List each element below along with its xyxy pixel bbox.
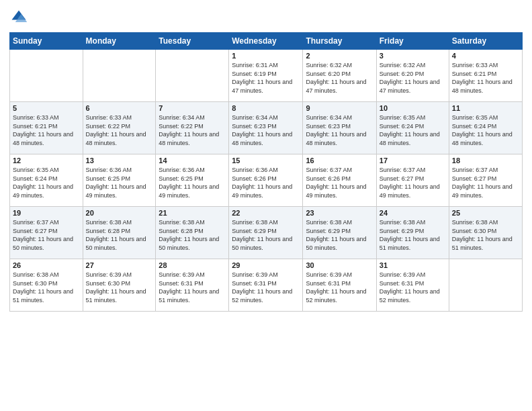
- day-number: 31: [380, 261, 446, 269]
- day-cell: 25Sunrise: 6:38 AMSunset: 6:30 PMDayligh…: [449, 207, 522, 259]
- day-cell: 22Sunrise: 6:38 AMSunset: 6:29 PMDayligh…: [229, 207, 303, 259]
- day-cell: 14Sunrise: 6:36 AMSunset: 6:25 PMDayligh…: [156, 154, 229, 207]
- day-cell: 19Sunrise: 6:37 AMSunset: 6:27 PMDayligh…: [10, 207, 83, 259]
- day-info: Sunrise: 6:31 AMSunset: 6:19 PMDaylight:…: [232, 62, 292, 94]
- day-cell: 12Sunrise: 6:35 AMSunset: 6:24 PMDayligh…: [10, 154, 83, 207]
- day-cell: 26Sunrise: 6:38 AMSunset: 6:30 PMDayligh…: [10, 259, 83, 312]
- day-number: 5: [13, 104, 80, 112]
- day-cell: 11Sunrise: 6:35 AMSunset: 6:24 PMDayligh…: [449, 102, 522, 154]
- day-info: Sunrise: 6:33 AMSunset: 6:21 PMDaylight:…: [13, 114, 73, 146]
- day-info: Sunrise: 6:37 AMSunset: 6:27 PMDaylight:…: [380, 167, 440, 199]
- day-info: Sunrise: 6:34 AMSunset: 6:22 PMDaylight:…: [159, 114, 219, 146]
- day-cell: 23Sunrise: 6:38 AMSunset: 6:29 PMDayligh…: [303, 207, 376, 259]
- day-info: Sunrise: 6:38 AMSunset: 6:28 PMDaylight:…: [159, 219, 219, 251]
- day-info: Sunrise: 6:39 AMSunset: 6:31 PMDaylight:…: [232, 271, 292, 304]
- week-row-2: 5Sunrise: 6:33 AMSunset: 6:21 PMDaylight…: [10, 102, 523, 154]
- day-info: Sunrise: 6:38 AMSunset: 6:29 PMDaylight:…: [306, 219, 366, 251]
- day-number: 13: [86, 156, 153, 165]
- day-info: Sunrise: 6:39 AMSunset: 6:31 PMDaylight:…: [306, 271, 366, 304]
- day-number: 7: [159, 104, 226, 112]
- day-number: 9: [306, 104, 373, 112]
- day-info: Sunrise: 6:39 AMSunset: 6:31 PMDaylight:…: [380, 271, 440, 304]
- day-cell: 1Sunrise: 6:31 AMSunset: 6:19 PMDaylight…: [229, 50, 303, 102]
- day-cell: 28Sunrise: 6:39 AMSunset: 6:31 PMDayligh…: [156, 259, 229, 312]
- day-cell: 29Sunrise: 6:39 AMSunset: 6:31 PMDayligh…: [229, 259, 303, 312]
- day-number: 18: [452, 156, 519, 165]
- day-cell: 4Sunrise: 6:33 AMSunset: 6:21 PMDaylight…: [449, 50, 522, 102]
- day-number: 29: [232, 261, 300, 269]
- day-info: Sunrise: 6:37 AMSunset: 6:27 PMDaylight:…: [13, 219, 73, 251]
- col-header-thursday: Thursday: [303, 33, 376, 50]
- page: SundayMondayTuesdayWednesdayThursdayFrid…: [0, 0, 532, 411]
- day-cell: 30Sunrise: 6:39 AMSunset: 6:31 PMDayligh…: [303, 259, 376, 312]
- day-cell: 15Sunrise: 6:36 AMSunset: 6:26 PMDayligh…: [229, 154, 303, 207]
- day-number: 22: [232, 209, 300, 217]
- header: [9, 8, 523, 27]
- day-info: Sunrise: 6:38 AMSunset: 6:30 PMDaylight:…: [452, 219, 513, 251]
- day-cell: 17Sunrise: 6:37 AMSunset: 6:27 PMDayligh…: [376, 154, 449, 207]
- day-number: 19: [13, 209, 80, 217]
- day-number: 1: [232, 52, 300, 60]
- day-cell: 3Sunrise: 6:32 AMSunset: 6:20 PMDaylight…: [376, 50, 449, 102]
- day-cell: 24Sunrise: 6:38 AMSunset: 6:29 PMDayligh…: [376, 207, 449, 259]
- day-info: Sunrise: 6:38 AMSunset: 6:29 PMDaylight:…: [232, 219, 292, 251]
- day-info: Sunrise: 6:37 AMSunset: 6:27 PMDaylight:…: [452, 167, 513, 199]
- day-info: Sunrise: 6:34 AMSunset: 6:23 PMDaylight:…: [232, 114, 292, 146]
- day-cell: 10Sunrise: 6:35 AMSunset: 6:24 PMDayligh…: [376, 102, 449, 154]
- day-cell: 18Sunrise: 6:37 AMSunset: 6:27 PMDayligh…: [449, 154, 522, 207]
- day-cell: 7Sunrise: 6:34 AMSunset: 6:22 PMDaylight…: [156, 102, 229, 154]
- day-cell: [156, 50, 229, 102]
- day-number: 6: [86, 104, 153, 112]
- day-info: Sunrise: 6:39 AMSunset: 6:30 PMDaylight:…: [86, 271, 146, 304]
- col-header-sunday: Sunday: [10, 33, 83, 50]
- day-cell: [449, 259, 522, 312]
- day-number: 17: [380, 156, 446, 165]
- day-info: Sunrise: 6:38 AMSunset: 6:28 PMDaylight:…: [86, 219, 146, 251]
- day-number: 14: [159, 156, 226, 165]
- day-number: 3: [380, 52, 446, 60]
- day-info: Sunrise: 6:36 AMSunset: 6:25 PMDaylight:…: [86, 167, 146, 199]
- day-number: 8: [232, 104, 300, 112]
- day-cell: 5Sunrise: 6:33 AMSunset: 6:21 PMDaylight…: [10, 102, 83, 154]
- day-info: Sunrise: 6:34 AMSunset: 6:23 PMDaylight:…: [306, 114, 366, 146]
- header-row: SundayMondayTuesdayWednesdayThursdayFrid…: [10, 33, 523, 50]
- day-cell: 8Sunrise: 6:34 AMSunset: 6:23 PMDaylight…: [229, 102, 303, 154]
- day-info: Sunrise: 6:32 AMSunset: 6:20 PMDaylight:…: [380, 62, 440, 94]
- day-number: 12: [13, 156, 80, 165]
- day-info: Sunrise: 6:33 AMSunset: 6:21 PMDaylight:…: [452, 62, 513, 94]
- week-row-4: 19Sunrise: 6:37 AMSunset: 6:27 PMDayligh…: [10, 207, 523, 259]
- col-header-monday: Monday: [83, 33, 156, 50]
- logo-icon: [9, 8, 28, 27]
- day-info: Sunrise: 6:38 AMSunset: 6:29 PMDaylight:…: [380, 219, 440, 251]
- day-cell: [83, 50, 156, 102]
- day-info: Sunrise: 6:35 AMSunset: 6:24 PMDaylight:…: [13, 167, 73, 199]
- day-number: 11: [452, 104, 519, 112]
- day-number: 20: [86, 209, 153, 217]
- day-cell: 20Sunrise: 6:38 AMSunset: 6:28 PMDayligh…: [83, 207, 156, 259]
- day-number: 15: [232, 156, 300, 165]
- day-cell: 27Sunrise: 6:39 AMSunset: 6:30 PMDayligh…: [83, 259, 156, 312]
- day-info: Sunrise: 6:32 AMSunset: 6:20 PMDaylight:…: [306, 62, 366, 94]
- day-number: 4: [452, 52, 519, 60]
- day-cell: 9Sunrise: 6:34 AMSunset: 6:23 PMDaylight…: [303, 102, 376, 154]
- week-row-1: 1Sunrise: 6:31 AMSunset: 6:19 PMDaylight…: [10, 50, 523, 102]
- col-header-friday: Friday: [376, 33, 449, 50]
- day-number: 24: [380, 209, 446, 217]
- day-cell: 6Sunrise: 6:33 AMSunset: 6:22 PMDaylight…: [83, 102, 156, 154]
- week-row-3: 12Sunrise: 6:35 AMSunset: 6:24 PMDayligh…: [10, 154, 523, 207]
- day-number: 27: [86, 261, 153, 269]
- calendar-table: SundayMondayTuesdayWednesdayThursdayFrid…: [9, 32, 523, 312]
- day-cell: 31Sunrise: 6:39 AMSunset: 6:31 PMDayligh…: [376, 259, 449, 312]
- day-number: 25: [452, 209, 519, 217]
- day-cell: 16Sunrise: 6:37 AMSunset: 6:26 PMDayligh…: [303, 154, 376, 207]
- logo: [9, 8, 31, 27]
- day-info: Sunrise: 6:36 AMSunset: 6:25 PMDaylight:…: [159, 167, 219, 199]
- day-number: 21: [159, 209, 226, 217]
- day-number: 16: [306, 156, 373, 165]
- day-info: Sunrise: 6:39 AMSunset: 6:31 PMDaylight:…: [159, 271, 219, 304]
- day-info: Sunrise: 6:33 AMSunset: 6:22 PMDaylight:…: [86, 114, 146, 146]
- day-number: 10: [380, 104, 446, 112]
- day-number: 30: [306, 261, 373, 269]
- day-info: Sunrise: 6:35 AMSunset: 6:24 PMDaylight:…: [452, 114, 513, 146]
- day-info: Sunrise: 6:38 AMSunset: 6:30 PMDaylight:…: [13, 271, 73, 304]
